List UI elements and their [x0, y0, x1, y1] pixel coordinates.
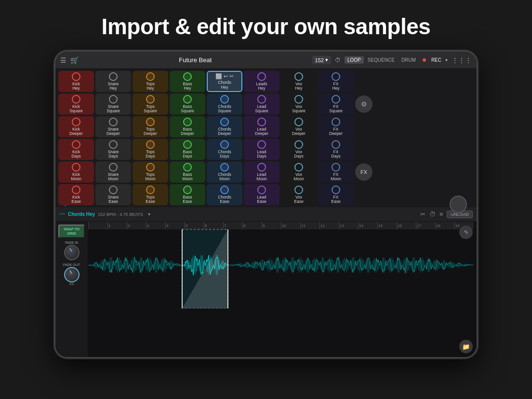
- pad-chords-4[interactable]: Chords Moon: [207, 161, 242, 183]
- pad-circle-fx-3: [332, 140, 340, 149]
- pad-circle-snare-4: [109, 163, 118, 172]
- pad-circle-vox-0: [294, 72, 303, 81]
- pad-snare-2[interactable]: Snare Deeper: [95, 116, 131, 137]
- pad-vox-2[interactable]: Vox Deeper: [281, 116, 317, 137]
- pad-snare-5[interactable]: Snare Ease: [95, 184, 131, 205]
- waveform-trim-icon[interactable]: ✂: [420, 211, 426, 218]
- rec-label[interactable]: REC: [431, 57, 441, 63]
- device-home-button[interactable]: [450, 196, 467, 213]
- device-frame: ☰ 🛒 Future Beat 152 ▾ ⏱ LOOP SEQUENCE DR…: [54, 50, 478, 359]
- pad-bass-2[interactable]: Bass Deeper: [170, 116, 205, 137]
- pad-tops-1[interactable]: Tops Square: [133, 93, 168, 115]
- pad-fx-1[interactable]: FX Square: [318, 93, 354, 115]
- pad-chords-5[interactable]: Chords Ease: [207, 184, 242, 205]
- hamburger-icon[interactable]: ⋮⋮⋮: [452, 56, 472, 64]
- pad-circle-snare-2: [109, 118, 118, 126]
- pad-circle-tops-3: [146, 140, 155, 149]
- pad-label-tops-4: Tops Moon: [145, 173, 155, 182]
- pad-circle-fx-0: [332, 72, 340, 81]
- pad-fx-0[interactable]: FX Hey: [318, 71, 354, 92]
- pad-lead-0[interactable]: Leads Hey: [244, 71, 279, 92]
- pad-label-lead-4: Lead Moon: [256, 173, 266, 182]
- snap-to-grid-button[interactable]: SNAP TO GRID: [58, 225, 85, 238]
- pad-fx-2[interactable]: FX Deeper: [318, 116, 354, 137]
- pad-kick-0[interactable]: Kick Hey: [58, 71, 94, 92]
- pad-label-fx-4: FX Moon: [331, 173, 341, 182]
- cart-icon[interactable]: 🛒: [70, 56, 79, 64]
- pad-circle-snare-1: [109, 95, 118, 104]
- waveform-expand-icon[interactable]: ▾: [148, 212, 150, 217]
- page-headline: Import & edit your own samples: [102, 13, 431, 40]
- pad-lead-4[interactable]: Lead Moon: [244, 161, 279, 183]
- bpm-display[interactable]: 152 ▾: [312, 56, 331, 64]
- pad-tops-0[interactable]: Tops Hey: [133, 71, 168, 92]
- pad-kick-3[interactable]: Kick Days: [58, 139, 94, 160]
- pad-label-bass-3: Bass Days: [183, 150, 192, 159]
- pad-circle-vox-2: [294, 118, 303, 126]
- pad-snare-1[interactable]: Snare Square: [95, 93, 131, 115]
- fade-in-knob[interactable]: [64, 245, 80, 260]
- folder-button[interactable]: 📁: [459, 340, 473, 353]
- device-side-button-right: [477, 148, 478, 167]
- pad-vox-5[interactable]: Vox Ease: [281, 184, 317, 205]
- pad-tops-3[interactable]: Tops Days: [133, 139, 168, 160]
- pad-snare-3[interactable]: Snare Days: [95, 139, 131, 160]
- pad-chords-1[interactable]: Chords Square: [207, 93, 242, 115]
- pad-fx-5[interactable]: FX Ease: [318, 184, 354, 205]
- pad-tops-4[interactable]: Tops Moon: [133, 161, 168, 183]
- metronome-icon[interactable]: ⏱: [335, 57, 341, 64]
- pad-snare-4[interactable]: Snare Moon: [95, 161, 131, 183]
- pad-chords-2[interactable]: Chords Deeper: [207, 116, 242, 137]
- edit-icon-button[interactable]: ✎: [459, 226, 473, 239]
- pad-fx-3[interactable]: FX Days: [318, 139, 354, 160]
- pad-tops-5[interactable]: Tops Ease: [133, 184, 168, 205]
- pad-vox-4[interactable]: Vox Moon: [281, 161, 317, 183]
- pad-chords-3[interactable]: Chords Days: [207, 139, 242, 160]
- pad-label-snare-2: Snare Deeper: [106, 127, 120, 136]
- bpm-value: 152: [315, 57, 324, 63]
- pad-circle-snare-3: [109, 140, 118, 149]
- waveform-clock-icon[interactable]: ⏱: [429, 211, 436, 218]
- bpm-chevron: ▾: [325, 57, 328, 63]
- pad-lead-3[interactable]: Lead Days: [244, 139, 279, 160]
- pad-lead-1[interactable]: Lead Square: [244, 93, 279, 115]
- pad-vox-1[interactable]: Vox Square: [281, 93, 317, 115]
- pad-bass-0[interactable]: Bass Hey: [170, 71, 205, 92]
- pad-label-tops-2: Tops Deeper: [144, 127, 157, 136]
- pad-chords-0[interactable]: ⬜↩✂Chords Hey: [207, 71, 242, 92]
- pad-bass-1[interactable]: Bass Square: [170, 93, 205, 115]
- waveform-sliders-icon[interactable]: ≡: [439, 211, 443, 218]
- pad-label-bass-1: Bass Square: [181, 105, 194, 114]
- pad-vox-0[interactable]: Vox Hey: [281, 71, 317, 92]
- pad-lead-2[interactable]: Lead Deeper: [244, 116, 279, 137]
- pad-bass-3[interactable]: Bass Days: [170, 139, 205, 160]
- pad-circle-kick-3: [72, 140, 80, 149]
- rec-chevron[interactable]: ▾: [445, 57, 448, 63]
- pad-tops-2[interactable]: Tops Deeper: [133, 116, 168, 137]
- pad-lead-5[interactable]: Lead Ease: [244, 184, 279, 205]
- pad-bass-5[interactable]: Bass Ease: [170, 184, 205, 205]
- menu-icon[interactable]: ☰: [60, 56, 66, 64]
- adjust-button[interactable]: ⚙: [355, 95, 372, 113]
- fade-out-knob[interactable]: [64, 267, 80, 282]
- pad-kick-4[interactable]: Kick Moon: [58, 161, 94, 183]
- pad-circle-chords-5: [220, 186, 229, 194]
- tab-loop[interactable]: LOOP: [345, 56, 364, 64]
- pad-circle-fx-4: [332, 163, 340, 172]
- pad-label-snare-5: Snare Ease: [108, 195, 119, 204]
- waveform-section: 〰 Chords Hey 152 BPM - 4.75 BEATS ▾ ✂ ⏱ …: [55, 207, 477, 357]
- pad-snare-0[interactable]: Snare Hey: [95, 71, 131, 92]
- pad-kick-5[interactable]: Kick Ease: [58, 184, 94, 205]
- pad-vox-3[interactable]: Vox Days: [281, 139, 317, 160]
- pad-kick-1[interactable]: Kick Square: [58, 93, 94, 115]
- pad-circle-bass-4: [183, 163, 192, 172]
- pad-circle-chords-1: [220, 95, 229, 104]
- pad-fx-4[interactable]: FX Moon: [318, 161, 354, 183]
- pad-label-lead-1: Lead Square: [255, 105, 268, 114]
- fx-button[interactable]: FX: [355, 163, 372, 181]
- pad-circle-tops-1: [146, 95, 155, 104]
- pad-kick-2[interactable]: Kick Deeper: [58, 116, 94, 137]
- tab-drum[interactable]: DRUM: [399, 56, 419, 64]
- tab-sequence[interactable]: SEQUENCE: [365, 56, 398, 64]
- pad-bass-4[interactable]: Bass Moon: [170, 161, 205, 183]
